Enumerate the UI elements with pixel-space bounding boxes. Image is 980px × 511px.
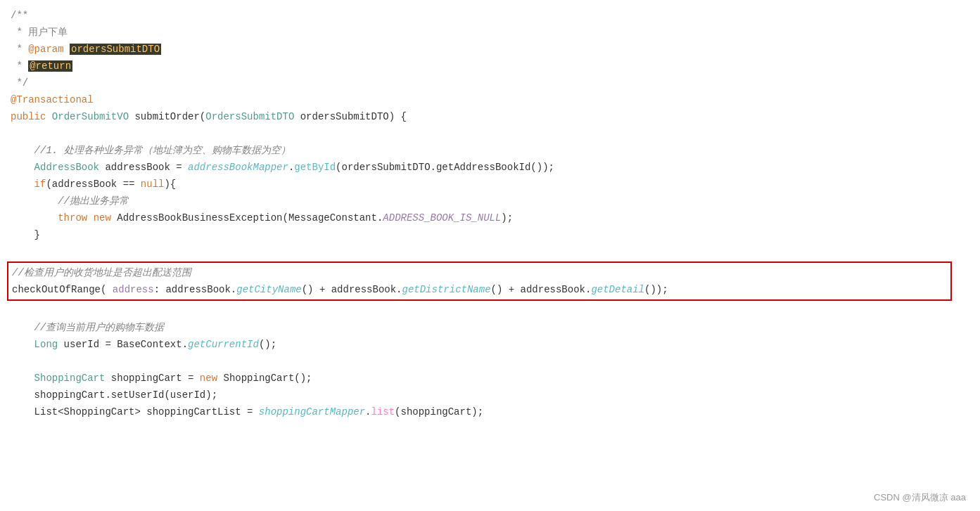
line-method-sig: public OrderSubmitVO submitOrder(OrdersS… [7, 108, 980, 125]
line-addressbook: AddressBook addressBook = addressBookMap… [7, 159, 980, 176]
line-return: * @return [7, 58, 980, 75]
line-if: if(addressBook == null){ [7, 176, 980, 193]
line-blank-4 [7, 353, 980, 370]
code-container: /** * 用户下单 * @param ordersSubmitDTO * @r… [0, 0, 980, 511]
line-comment-throw: //抛出业务异常 [7, 193, 980, 209]
line-comment-end: */ [7, 75, 980, 91]
line-check-range: checkOutOfRange( address: addressBook.ge… [8, 281, 950, 298]
line-param: * @param ordersSubmitDTO [7, 41, 980, 58]
watermark: CSDN @清风微凉 aaa [874, 491, 966, 504]
line-comment-query: //查询当前用户的购物车数据 [7, 319, 980, 336]
line-blank-1 [7, 125, 980, 142]
line-brace-close: } [7, 226, 980, 243]
line-blank-2 [7, 243, 980, 260]
line-comment-desc: * 用户下单 [7, 24, 980, 41]
line-transactional: @Transactional [7, 91, 980, 108]
line-list: List<ShoppingCart> shoppingCartList = sh… [7, 403, 980, 420]
line-userid: Long userId = BaseContext.getCurrentId()… [7, 336, 980, 353]
line-comment-check: //检查用户的收货地址是否超出配送范围 [8, 264, 950, 281]
line-shoppingcart-setuser: shoppingCart.setUserId(userId); [7, 387, 980, 403]
line-shoppingcart-new: ShoppingCart shoppingCart = new Shopping… [7, 370, 980, 387]
line-throw: throw new AddressBookBusinessException(M… [7, 209, 980, 226]
highlighted-block: //检查用户的收货地址是否超出配送范围 checkOutOfRange( add… [7, 261, 952, 301]
line-comment-1: //1. 处理各种业务异常（地址簿为空、购物车数据为空） [7, 142, 980, 159]
line-comment-start: /** [7, 7, 980, 24]
line-blank-3 [7, 302, 980, 319]
